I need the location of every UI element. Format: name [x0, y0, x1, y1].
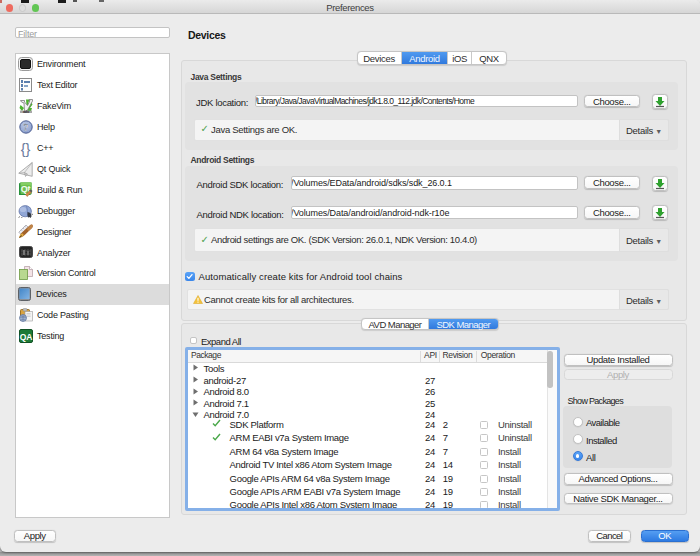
svg-text:ado: ado — [23, 110, 30, 114]
svg-text:{}: {} — [21, 140, 31, 156]
svg-text:QA: QA — [20, 332, 32, 342]
svg-text:?: ? — [23, 122, 28, 133]
